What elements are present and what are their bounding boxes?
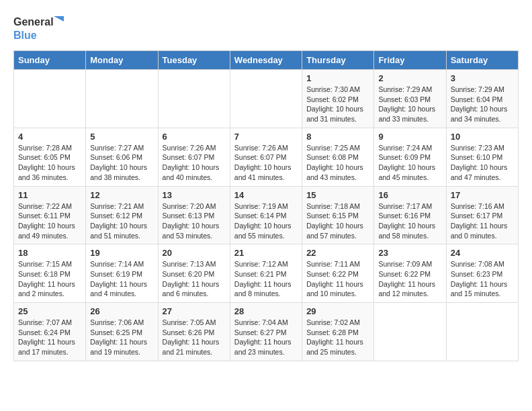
day-header-wednesday: Wednesday [230,51,302,70]
day-header-thursday: Thursday [302,51,374,70]
day-info: Sunrise: 7:06 AM Sunset: 6:25 PM Dayligh… [90,318,153,357]
calendar-cell: 6Sunrise: 7:26 AM Sunset: 6:07 PM Daylig… [158,128,230,186]
day-info: Sunrise: 7:26 AM Sunset: 6:07 PM Dayligh… [234,143,298,183]
calendar-cell [14,70,86,128]
svg-marker-1 [54,16,64,21]
day-number: 3 [451,73,514,83]
calendar-cell: 3Sunrise: 7:29 AM Sunset: 6:04 PM Daylig… [446,70,518,128]
day-number: 16 [378,190,441,200]
calendar-cell: 17Sunrise: 7:16 AM Sunset: 6:17 PM Dayli… [446,186,518,244]
day-info: Sunrise: 7:14 AM Sunset: 6:19 PM Dayligh… [90,259,153,299]
day-number: 11 [18,190,81,200]
calendar-cell: 9Sunrise: 7:24 AM Sunset: 6:09 PM Daylig… [374,128,446,186]
calendar-table: SundayMondayTuesdayWednesdayThursdayFrid… [13,50,519,361]
logo: GeneralBlue [13,13,67,44]
day-number: 19 [90,248,153,258]
calendar-cell: 14Sunrise: 7:19 AM Sunset: 6:14 PM Dayli… [230,186,302,244]
day-info: Sunrise: 7:21 AM Sunset: 6:12 PM Dayligh… [90,201,153,241]
day-number: 18 [18,248,81,258]
day-info: Sunrise: 7:19 AM Sunset: 6:14 PM Dayligh… [234,201,298,241]
calendar-cell [446,303,518,361]
calendar-week-5: 25Sunrise: 7:07 AM Sunset: 6:24 PM Dayli… [14,303,519,361]
calendar-cell: 5Sunrise: 7:27 AM Sunset: 6:06 PM Daylig… [86,128,158,186]
day-info: Sunrise: 7:20 AM Sunset: 6:13 PM Dayligh… [163,201,226,241]
day-info: Sunrise: 7:04 AM Sunset: 6:27 PM Dayligh… [234,318,298,357]
day-info: Sunrise: 7:12 AM Sunset: 6:21 PM Dayligh… [234,259,298,299]
calendar-cell: 10Sunrise: 7:23 AM Sunset: 6:10 PM Dayli… [446,128,518,186]
day-number: 25 [18,306,81,316]
day-info: Sunrise: 7:09 AM Sunset: 6:22 PM Dayligh… [378,259,441,299]
calendar-week-3: 11Sunrise: 7:22 AM Sunset: 6:11 PM Dayli… [14,186,519,244]
day-number: 22 [306,248,369,258]
day-info: Sunrise: 7:22 AM Sunset: 6:11 PM Dayligh… [18,201,81,241]
day-number: 27 [163,306,226,316]
day-number: 8 [306,132,369,142]
calendar-cell: 13Sunrise: 7:20 AM Sunset: 6:13 PM Dayli… [158,186,230,244]
day-info: Sunrise: 7:27 AM Sunset: 6:06 PM Dayligh… [90,143,153,183]
day-header-saturday: Saturday [446,51,518,70]
calendar-cell [374,303,446,361]
day-info: Sunrise: 7:02 AM Sunset: 6:28 PM Dayligh… [306,318,369,357]
day-info: Sunrise: 7:17 AM Sunset: 6:16 PM Dayligh… [378,201,441,241]
day-number: 12 [90,190,153,200]
svg-text:Blue: Blue [13,30,37,41]
day-number: 29 [306,306,369,316]
day-number: 26 [90,306,153,316]
page-header: GeneralBlue [13,13,519,44]
day-number: 4 [18,132,81,142]
day-number: 28 [234,306,298,316]
day-info: Sunrise: 7:24 AM Sunset: 6:09 PM Dayligh… [378,143,441,183]
calendar-cell: 26Sunrise: 7:06 AM Sunset: 6:25 PM Dayli… [86,303,158,361]
day-header-monday: Monday [86,51,158,70]
calendar-cell: 28Sunrise: 7:04 AM Sunset: 6:27 PM Dayli… [230,303,302,361]
calendar-cell: 8Sunrise: 7:25 AM Sunset: 6:08 PM Daylig… [302,128,374,186]
day-info: Sunrise: 7:29 AM Sunset: 6:03 PM Dayligh… [378,85,441,124]
day-info: Sunrise: 7:15 AM Sunset: 6:18 PM Dayligh… [18,259,81,299]
calendar-cell: 1Sunrise: 7:30 AM Sunset: 6:02 PM Daylig… [302,70,374,128]
day-header-friday: Friday [374,51,446,70]
calendar-cell [86,70,158,128]
calendar-cell: 24Sunrise: 7:08 AM Sunset: 6:23 PM Dayli… [446,244,518,303]
day-info: Sunrise: 7:07 AM Sunset: 6:24 PM Dayligh… [18,318,81,357]
calendar-cell: 27Sunrise: 7:05 AM Sunset: 6:26 PM Dayli… [158,303,230,361]
day-number: 15 [306,190,369,200]
day-info: Sunrise: 7:23 AM Sunset: 6:10 PM Dayligh… [451,143,514,183]
day-number: 5 [90,132,153,142]
calendar-cell: 12Sunrise: 7:21 AM Sunset: 6:12 PM Dayli… [86,186,158,244]
calendar-cell [230,70,302,128]
logo-svg: GeneralBlue [13,13,67,44]
calendar-week-4: 18Sunrise: 7:15 AM Sunset: 6:18 PM Dayli… [14,244,519,303]
svg-text:General: General [13,16,54,28]
day-number: 6 [163,132,226,142]
day-number: 20 [163,248,226,258]
day-info: Sunrise: 7:08 AM Sunset: 6:23 PM Dayligh… [451,259,514,299]
day-number: 17 [451,190,514,200]
day-header-sunday: Sunday [14,51,86,70]
calendar-cell: 11Sunrise: 7:22 AM Sunset: 6:11 PM Dayli… [14,186,86,244]
calendar-cell: 16Sunrise: 7:17 AM Sunset: 6:16 PM Dayli… [374,186,446,244]
day-number: 10 [451,132,514,142]
day-info: Sunrise: 7:26 AM Sunset: 6:07 PM Dayligh… [163,143,226,183]
calendar-cell [158,70,230,128]
calendar-cell: 15Sunrise: 7:18 AM Sunset: 6:15 PM Dayli… [302,186,374,244]
calendar-cell: 29Sunrise: 7:02 AM Sunset: 6:28 PM Dayli… [302,303,374,361]
calendar-cell: 20Sunrise: 7:13 AM Sunset: 6:20 PM Dayli… [158,244,230,303]
day-info: Sunrise: 7:29 AM Sunset: 6:04 PM Dayligh… [451,85,514,124]
day-info: Sunrise: 7:13 AM Sunset: 6:20 PM Dayligh… [163,259,226,299]
day-info: Sunrise: 7:11 AM Sunset: 6:22 PM Dayligh… [306,259,369,299]
calendar-week-1: 1Sunrise: 7:30 AM Sunset: 6:02 PM Daylig… [14,70,519,128]
day-info: Sunrise: 7:28 AM Sunset: 6:05 PM Dayligh… [18,143,81,183]
calendar-cell: 23Sunrise: 7:09 AM Sunset: 6:22 PM Dayli… [374,244,446,303]
calendar-cell: 21Sunrise: 7:12 AM Sunset: 6:21 PM Dayli… [230,244,302,303]
day-info: Sunrise: 7:30 AM Sunset: 6:02 PM Dayligh… [306,85,369,124]
calendar-cell: 2Sunrise: 7:29 AM Sunset: 6:03 PM Daylig… [374,70,446,128]
day-header-tuesday: Tuesday [158,51,230,70]
day-number: 23 [378,248,441,258]
header-row: SundayMondayTuesdayWednesdayThursdayFrid… [14,51,519,70]
day-info: Sunrise: 7:18 AM Sunset: 6:15 PM Dayligh… [306,201,369,241]
day-info: Sunrise: 7:25 AM Sunset: 6:08 PM Dayligh… [306,143,369,183]
calendar-cell: 4Sunrise: 7:28 AM Sunset: 6:05 PM Daylig… [14,128,86,186]
day-number: 1 [306,73,369,83]
calendar-cell: 22Sunrise: 7:11 AM Sunset: 6:22 PM Dayli… [302,244,374,303]
calendar-cell: 19Sunrise: 7:14 AM Sunset: 6:19 PM Dayli… [86,244,158,303]
